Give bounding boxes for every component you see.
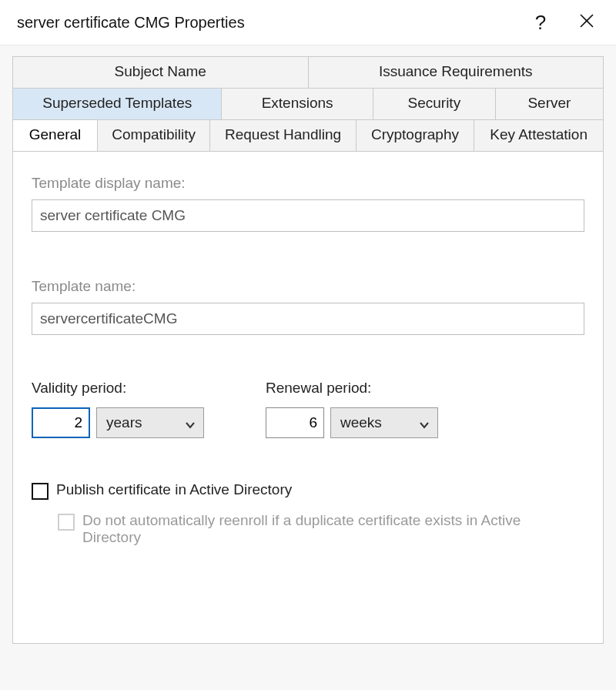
tab-subject-name[interactable]: Subject Name bbox=[13, 57, 309, 88]
tab-row-1: Subject Name Issuance Requirements bbox=[12, 56, 604, 88]
renewal-period-value-input[interactable] bbox=[266, 407, 324, 438]
validity-period-col: Validity period: years bbox=[32, 380, 204, 438]
validity-period-unit-select[interactable]: years bbox=[96, 407, 204, 438]
title-bar: server certificate CMG Properties ? bbox=[0, 0, 616, 45]
template-display-name-label: Template display name: bbox=[32, 175, 584, 192]
help-button[interactable]: ? bbox=[517, 7, 564, 38]
tab-issuance-requirements[interactable]: Issuance Requirements bbox=[309, 57, 604, 88]
validity-period-value-input[interactable] bbox=[32, 407, 90, 438]
validity-period-unit-label: years bbox=[106, 414, 142, 431]
renewal-period-controls: weeks bbox=[266, 407, 438, 438]
chevron-down-icon bbox=[185, 417, 196, 428]
tab-row-2: Superseded Templates Extensions Security… bbox=[12, 88, 604, 119]
client-area: Subject Name Issuance Requirements Super… bbox=[0, 45, 616, 690]
tab-content-general: Template display name: Template name: Va… bbox=[12, 151, 604, 644]
close-button[interactable] bbox=[564, 7, 610, 38]
renewal-period-label: Renewal period: bbox=[266, 380, 438, 397]
renewal-period-unit-select[interactable]: weeks bbox=[330, 407, 438, 438]
tab-extensions[interactable]: Extensions bbox=[222, 89, 373, 119]
template-display-name-input[interactable] bbox=[32, 199, 584, 232]
periods-row: Validity period: years Re bbox=[32, 380, 584, 438]
chevron-down-icon bbox=[419, 417, 430, 428]
close-icon bbox=[579, 12, 594, 33]
tab-container: Subject Name Issuance Requirements Super… bbox=[12, 56, 604, 644]
tab-cryptography[interactable]: Cryptography bbox=[357, 120, 474, 151]
no-auto-reenroll-row: Do not automatically reenroll if a dupli… bbox=[58, 512, 584, 546]
template-name-input[interactable] bbox=[32, 303, 584, 335]
tab-key-attestation[interactable]: Key Attestation bbox=[474, 120, 603, 151]
properties-dialog: server certificate CMG Properties ? Subj… bbox=[0, 0, 616, 690]
tab-row-3: General Compatibility Request Handling C… bbox=[12, 119, 604, 151]
tab-server[interactable]: Server bbox=[496, 89, 603, 119]
publish-ad-label: Publish certificate in Active Directory bbox=[56, 481, 292, 498]
tab-request-handling[interactable]: Request Handling bbox=[210, 120, 357, 151]
validity-period-controls: years bbox=[32, 407, 204, 438]
template-name-section: Template name: bbox=[32, 278, 584, 335]
publish-ad-checkbox[interactable] bbox=[32, 483, 49, 500]
renewal-period-unit-label: weeks bbox=[340, 414, 382, 431]
no-auto-reenroll-label: Do not automatically reenroll if a dupli… bbox=[82, 512, 544, 546]
no-auto-reenroll-checkbox bbox=[58, 514, 75, 531]
template-display-name-section: Template display name: bbox=[32, 175, 584, 232]
renewal-period-col: Renewal period: weeks bbox=[266, 380, 438, 438]
help-icon: ? bbox=[535, 11, 546, 35]
validity-period-label: Validity period: bbox=[32, 380, 204, 397]
tab-security[interactable]: Security bbox=[373, 89, 496, 119]
window-title: server certificate CMG Properties bbox=[17, 14, 517, 32]
template-name-label: Template name: bbox=[32, 278, 584, 295]
tab-general[interactable]: General bbox=[13, 120, 98, 151]
publish-ad-row: Publish certificate in Active Directory bbox=[32, 481, 584, 500]
tab-compatibility[interactable]: Compatibility bbox=[98, 120, 210, 151]
tab-superseded-templates[interactable]: Superseded Templates bbox=[13, 89, 222, 119]
